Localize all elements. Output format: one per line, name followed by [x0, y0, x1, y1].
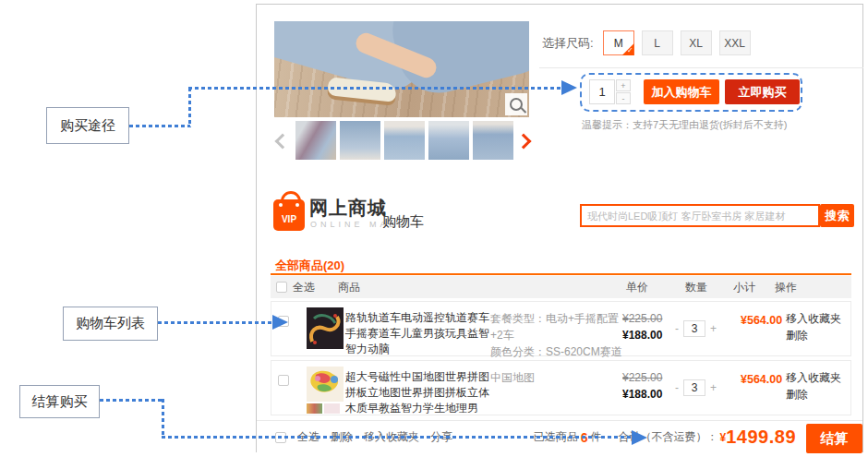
- page-title: 购物车: [382, 213, 424, 231]
- total-amount: 1499.89: [726, 427, 796, 448]
- size-label: 选择尺码:: [542, 35, 594, 52]
- footer-move-to-favorites[interactable]: 移入收藏夹: [364, 429, 419, 445]
- delete-link[interactable]: 删除: [786, 327, 841, 343]
- delete-link[interactable]: 删除: [786, 386, 841, 403]
- connector-line: [100, 399, 164, 402]
- add-to-cart-button[interactable]: 加入购物车: [644, 79, 719, 104]
- prev-arrow-icon[interactable]: [275, 134, 291, 150]
- col-quantity: 数量: [685, 276, 707, 298]
- currency-symbol: ¥: [720, 431, 727, 444]
- size-option-xl[interactable]: XL: [681, 30, 712, 55]
- cart-footer-bar: 全选 删除 移入收藏夹 分享 已选商品 6 件 合计（不含运费）： ¥ 1499…: [257, 420, 862, 453]
- original-price: ¥225.00: [622, 310, 662, 327]
- search-button[interactable]: 搜索: [820, 204, 854, 227]
- tab-all-items[interactable]: 全部商品(20): [275, 258, 344, 274]
- thumbnail-4[interactable]: [428, 121, 469, 160]
- footer-actions: 全选 删除 移入收藏夹 分享: [275, 421, 452, 453]
- buy-now-button[interactable]: 立即购买: [725, 79, 800, 104]
- product-spec: 中国地图: [490, 369, 629, 386]
- selected-count: 6: [581, 430, 588, 445]
- increase-button[interactable]: +: [710, 322, 717, 335]
- annotation-checkout: 结算购买: [19, 385, 100, 418]
- size-selector: 选择尺码: M ✓ L XL XXL: [542, 30, 751, 55]
- col-subtotal: 小计: [733, 276, 755, 298]
- original-price: ¥225.00: [622, 369, 662, 386]
- product-title[interactable]: 路轨轨道车电动遥控轨道赛车手摇赛道车儿童男孩玩具益智智力动脑: [345, 310, 493, 357]
- col-product: 商品: [338, 276, 360, 298]
- selected-label: 已选商品: [534, 429, 578, 445]
- select-all-checkbox[interactable]: [276, 282, 287, 293]
- row-quantity-stepper: - 3 +: [675, 320, 717, 337]
- price-cell: ¥225.00 ¥188.00: [622, 369, 662, 403]
- row-operations: 移入收藏夹 删除: [786, 369, 841, 403]
- current-price: ¥188.00: [622, 327, 662, 343]
- cart-row-china-map: 超大号磁性中国地图世界拼图拼板立地图世界拼图拼板立体木质早教益智力学生地理男 中…: [271, 360, 851, 415]
- product-thumbnail-china-map[interactable]: [307, 367, 344, 402]
- row-operations: 移入收藏夹 删除: [786, 310, 841, 343]
- tab-underline: [271, 273, 851, 275]
- quantity-input[interactable]: 1: [589, 79, 615, 104]
- product-spec: 套餐类型：电动+手摇配置+2车 颜色分类：SS-620CM赛道: [490, 310, 629, 360]
- subtotal-value: ¥564.00: [741, 373, 782, 386]
- thumbnail-2[interactable]: [340, 121, 380, 160]
- row-quantity-stepper: - 3 +: [675, 379, 717, 396]
- section-divider: [539, 67, 863, 68]
- selected-check-icon: ✓: [622, 43, 634, 55]
- annotated-screenshot: 选择尺码: M ✓ L XL XXL 1 + - 加入购物车 立即购买 温馨提示…: [0, 0, 868, 457]
- thumbnail-strip: [295, 121, 513, 160]
- checkout-button[interactable]: 结算: [806, 424, 862, 453]
- cart-row-race-track: 路轨轨道车电动遥控轨道赛车手摇赛道车儿童男孩玩具益智智力动脑 套餐类型：电动+手…: [271, 301, 851, 356]
- footer-share[interactable]: 分享: [430, 429, 452, 445]
- increase-button[interactable]: +: [710, 381, 717, 394]
- footer-select-all-checkbox[interactable]: [275, 432, 286, 443]
- connector-line: [162, 399, 164, 438]
- size-option-xxl[interactable]: XXL: [719, 30, 751, 55]
- move-to-favorites-link[interactable]: 移入收藏夹: [786, 310, 841, 327]
- footer-delete[interactable]: 删除: [331, 429, 353, 445]
- mini-thumbnails: [307, 403, 340, 414]
- quantity-value[interactable]: 3: [683, 320, 705, 337]
- row-checkbox[interactable]: [278, 375, 289, 386]
- connector-line: [129, 125, 190, 127]
- annotation-cart-list: 购物车列表: [63, 307, 158, 341]
- quantity-value[interactable]: 3: [683, 379, 705, 396]
- annotation-purchase-path: 购买途径: [46, 107, 129, 144]
- size-option-m[interactable]: M ✓: [603, 30, 634, 55]
- selected-unit: 件: [591, 429, 602, 445]
- row-checkbox[interactable]: [278, 316, 289, 327]
- magnifier-icon[interactable]: [505, 93, 527, 115]
- footer-select-all[interactable]: 全选: [297, 429, 319, 445]
- connector-line: [188, 88, 191, 127]
- thumbnail-3[interactable]: [384, 121, 425, 160]
- price-cell: ¥225.00 ¥188.00: [622, 310, 662, 343]
- thumbnail-5[interactable]: [473, 121, 513, 160]
- current-price: ¥188.00: [622, 386, 662, 403]
- quantity-decrease-button[interactable]: -: [616, 92, 631, 104]
- footer-summary: 已选商品 6 件 合计（不含运费）： ¥ 1499.89: [534, 421, 796, 453]
- thumbnail-1[interactable]: [295, 121, 336, 160]
- size-option-l[interactable]: L: [642, 30, 673, 55]
- cart-table-header: 全选 商品 单价 数量 小计 操作: [271, 276, 851, 298]
- product-cart-panel: 选择尺码: M ✓ L XL XXL 1 + - 加入购物车 立即购买 温馨提示…: [256, 4, 863, 452]
- subtotal-value: ¥564.00: [741, 314, 782, 327]
- return-policy-tip: 温馨提示：支持7天无理由退货(拆封后不支持): [582, 118, 787, 132]
- product-main-image: [274, 21, 529, 117]
- col-select-all: 全选: [293, 276, 315, 298]
- decrease-button[interactable]: -: [675, 381, 679, 394]
- col-unit-price: 单价: [626, 276, 648, 298]
- move-to-favorites-link[interactable]: 移入收藏夹: [786, 369, 841, 386]
- total-label: 合计（不含运费）：: [619, 429, 718, 445]
- product-title[interactable]: 超大号磁性中国地图世界拼图拼板立地图世界拼图拼板立体木质早教益智力学生地理男: [345, 369, 493, 416]
- quantity-stepper: + -: [616, 79, 631, 104]
- search-input[interactable]: [580, 204, 820, 227]
- next-arrow-icon[interactable]: [516, 134, 532, 150]
- site-name: 网上商城: [309, 196, 387, 221]
- quantity-increase-button[interactable]: +: [616, 79, 631, 91]
- col-operation: 操作: [775, 276, 797, 298]
- decrease-button[interactable]: -: [675, 322, 679, 335]
- vip-bag-logo-icon: VIP: [273, 191, 305, 231]
- product-thumbnail-race-track[interactable]: [307, 307, 344, 349]
